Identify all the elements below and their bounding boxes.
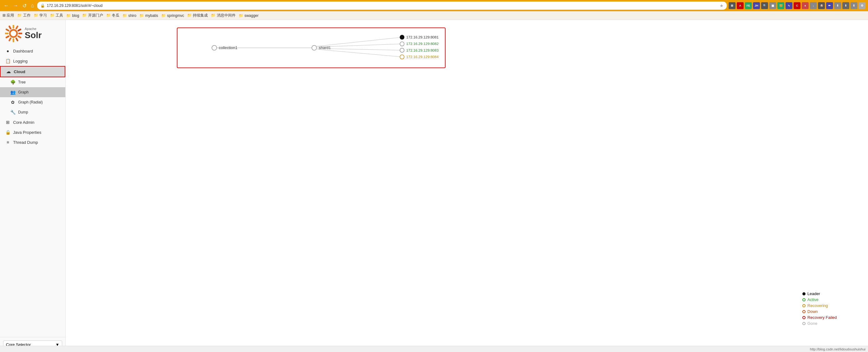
legend-label-active: Active bbox=[807, 297, 818, 302]
ext-icon-13[interactable]: ✏ bbox=[826, 2, 833, 9]
legend-label-recovery-failed: Recovery Failed bbox=[807, 315, 837, 320]
ext-icon-4[interactable]: JH bbox=[753, 2, 760, 9]
collection-node[interactable] bbox=[212, 45, 217, 50]
bookmark-tools[interactable]: 📁 工具 bbox=[50, 13, 63, 18]
ext-icon-5[interactable]: 🔍 bbox=[761, 2, 768, 9]
legend-label-gone: Gone bbox=[807, 321, 817, 326]
replica-node-3[interactable] bbox=[400, 48, 404, 53]
sidebar-item-graph-radial[interactable]: ✿ Graph (Radial) bbox=[0, 97, 65, 107]
bookmark-springmvc[interactable]: 📁 springmvc bbox=[161, 13, 184, 18]
cloud-icon: ☁ bbox=[6, 69, 11, 74]
logging-label: Logging bbox=[13, 59, 28, 63]
legend-dot-recovery-failed bbox=[802, 316, 806, 319]
replica-label-2: 172.16.29.129:8082 bbox=[406, 41, 438, 46]
main-layout: Apache Solr ● Dashboard 📋 Logging ☁ Clou… bbox=[0, 20, 868, 352]
edge-shard-n1 bbox=[316, 37, 402, 46]
edge-shard-n4 bbox=[317, 49, 402, 57]
reload-button[interactable]: ↺ bbox=[21, 2, 28, 9]
bookmark-work[interactable]: 📁 工作 bbox=[17, 13, 30, 18]
sidebar-item-thread-dump[interactable]: ≡ Thread Dump bbox=[0, 137, 65, 147]
replica-node-4[interactable] bbox=[400, 55, 404, 59]
graph-svg: collection1 shard1 172.16.29.129:8081 17… bbox=[178, 28, 445, 67]
svg-line-10 bbox=[6, 29, 8, 31]
ext-icon-7[interactable]: 🐱 bbox=[777, 2, 784, 9]
ext-icon-17[interactable]: ⚙ bbox=[859, 2, 866, 9]
ext-icon-2[interactable]: A bbox=[737, 2, 744, 9]
legend-dot-recovering bbox=[802, 304, 806, 307]
bookmark-opensource[interactable]: 📁 开源门户 bbox=[82, 13, 103, 18]
ext-icon-16[interactable]: ⬇ bbox=[850, 2, 857, 9]
ext-icon-12[interactable]: 🐶 bbox=[818, 2, 825, 9]
sidebar-item-dump[interactable]: 🔧 Dump bbox=[0, 107, 65, 117]
bookmark-donggua[interactable]: 📁 冬瓜 bbox=[106, 13, 119, 18]
sidebar-item-tree[interactable]: 🌳 Tree bbox=[0, 77, 65, 87]
url-text: 172.16.29.129:8081/solr/#/~cloud bbox=[47, 3, 102, 8]
tree-icon: 🌳 bbox=[10, 80, 16, 85]
ext-icon-11[interactable]: ↓ bbox=[810, 2, 817, 9]
java-properties-label: Java Properties bbox=[13, 130, 41, 135]
legend-leader: Leader bbox=[802, 291, 837, 296]
graph-container: collection1 shard1 172.16.29.129:8081 17… bbox=[177, 28, 445, 68]
content-area: collection1 shard1 172.16.29.129:8081 17… bbox=[66, 20, 868, 352]
tree-label: Tree bbox=[18, 80, 26, 84]
graph-radial-label: Graph (Radial) bbox=[18, 100, 43, 105]
graph-radial-icon: ✿ bbox=[10, 100, 16, 105]
ext-icon-14[interactable]: ⬇ bbox=[834, 2, 841, 9]
legend-recovery-failed: Recovery Failed bbox=[802, 315, 837, 320]
thread-dump-label: Thread Dump bbox=[13, 140, 38, 145]
svg-line-5 bbox=[16, 38, 18, 41]
core-admin-icon: ⊞ bbox=[5, 120, 11, 125]
graph-label: Graph bbox=[18, 90, 28, 94]
sidebar-item-java-properties[interactable]: 🔒 Java Properties bbox=[0, 127, 65, 137]
back-button[interactable]: ← bbox=[2, 2, 10, 9]
ext-icon-10[interactable]: ♦ bbox=[802, 2, 809, 9]
ext-icon-15[interactable]: ⬇ bbox=[842, 2, 849, 9]
sidebar-item-core-admin[interactable]: ⊞ Core Admin bbox=[0, 117, 65, 127]
replica-label-4: 172.16.29.129:8084 bbox=[406, 55, 439, 59]
ext-icon-3[interactable]: FE bbox=[745, 2, 752, 9]
forward-button[interactable]: → bbox=[12, 2, 19, 9]
solr-logo-icon bbox=[5, 25, 22, 42]
sidebar-item-graph[interactable]: 👥 Graph bbox=[0, 87, 65, 97]
home-button[interactable]: ⌂ bbox=[30, 2, 35, 9]
logging-icon: 📋 bbox=[5, 58, 11, 63]
sidebar-item-cloud[interactable]: ☁ Cloud bbox=[0, 66, 65, 77]
replica-node-2[interactable] bbox=[400, 42, 404, 46]
solr-label: Solr bbox=[25, 31, 41, 40]
legend-label-recovering: Recovering bbox=[807, 303, 828, 308]
dump-icon: 🔧 bbox=[10, 110, 16, 115]
address-bar[interactable]: 🔒 172.16.29.129:8081/solr/#/~cloud ★ bbox=[37, 2, 727, 10]
replica-node-1[interactable] bbox=[400, 35, 404, 39]
bookmark-shiro[interactable]: 📁 shiro bbox=[122, 13, 136, 18]
legend-dot-active bbox=[802, 298, 806, 301]
status-bar: http://blog.csdn.net/lidoudoushuishui bbox=[0, 346, 868, 352]
legend: Leader Active Recovering Down Recovery F… bbox=[802, 291, 837, 327]
shard-label: shard1 bbox=[319, 46, 331, 50]
bookmark-study[interactable]: 📁 学习 bbox=[34, 13, 47, 18]
shard-node[interactable] bbox=[312, 45, 317, 50]
sidebar-item-dashboard[interactable]: ● Dashboard bbox=[0, 46, 65, 56]
replica-label-3: 172.16.29.129:8083 bbox=[406, 48, 438, 52]
legend-down: Down bbox=[802, 309, 837, 314]
ext-icon-9[interactable]: C bbox=[794, 2, 801, 9]
svg-line-11 bbox=[9, 26, 11, 28]
browser-icons: ⊞ A FE JH 🔍 ▦ 🐱 ∿ C ♦ ↓ 🐶 ✏ ⬇ ⬇ ⬇ ⚙ bbox=[728, 2, 866, 9]
bookmark-apps[interactable]: ⊞ 应用 bbox=[2, 13, 14, 18]
ext-icon-1[interactable]: ⊞ bbox=[728, 2, 736, 9]
bookmark-cicd[interactable]: 📁 持续集成 bbox=[187, 13, 208, 18]
ext-icon-6[interactable]: ▦ bbox=[769, 2, 776, 9]
dump-label: Dump bbox=[18, 110, 28, 114]
bookmark-blog[interactable]: 📁 blog bbox=[66, 13, 79, 18]
bookmark-mybatis[interactable]: 📁 mybatis bbox=[140, 13, 158, 18]
dashboard-label: Dashboard bbox=[13, 49, 33, 54]
legend-active: Active bbox=[802, 297, 837, 302]
bookmark-mq[interactable]: 📁 消息中间件 bbox=[211, 13, 235, 18]
sidebar-logo: Apache Solr bbox=[0, 20, 65, 46]
java-properties-icon: 🔒 bbox=[5, 130, 11, 135]
bookmark-swagger[interactable]: 📁 swagger bbox=[239, 13, 259, 18]
legend-dot-down bbox=[802, 310, 806, 313]
graph-icon: 👥 bbox=[10, 90, 16, 95]
ext-icon-8[interactable]: ∿ bbox=[785, 2, 793, 9]
thread-dump-icon: ≡ bbox=[5, 140, 11, 145]
sidebar-item-logging[interactable]: 📋 Logging bbox=[0, 56, 65, 66]
